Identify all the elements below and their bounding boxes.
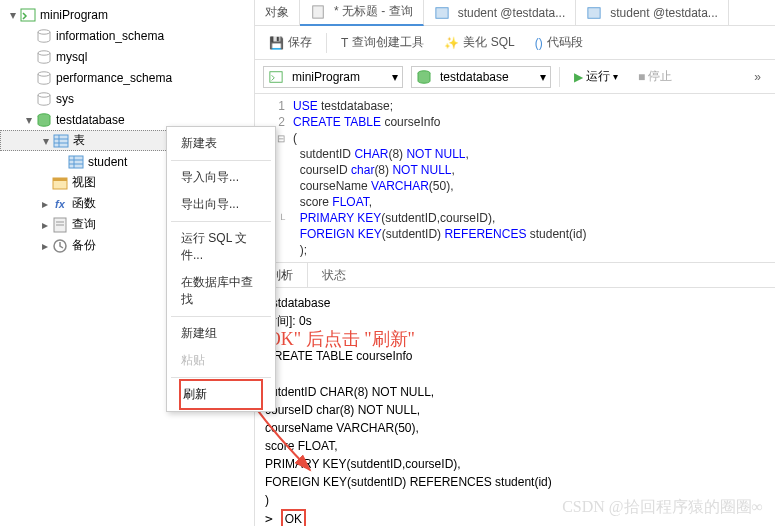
conn-select[interactable]: miniProgram ▾ — [263, 66, 403, 88]
toolbar: 💾保存 T查询创建工具 ✨美化 SQL ()代码段 — [255, 26, 775, 60]
main-panel: 对象 * 无标题 - 查询 student @testdata... stude… — [255, 0, 775, 526]
save-button[interactable]: 💾保存 — [263, 31, 318, 54]
table-icon — [586, 5, 602, 21]
db-select[interactable]: testdatabase ▾ — [411, 66, 551, 88]
conn-icon — [268, 69, 284, 85]
beautify-button[interactable]: ✨美化 SQL — [438, 31, 520, 54]
play-icon: ▶ — [574, 70, 583, 84]
db-info-schema[interactable]: information_schema — [0, 25, 254, 46]
selectors: miniProgram ▾ testdatabase ▾ ▶运行▾ ■停止 » — [255, 60, 775, 94]
conn-miniprogram[interactable]: ▾ miniProgram — [0, 4, 254, 25]
query-icon — [52, 217, 68, 233]
chevron-down-icon: ▾ — [613, 71, 618, 82]
table-icon — [53, 133, 69, 149]
chevron-down-icon: ▾ — [540, 70, 546, 84]
backup-icon — [52, 238, 68, 254]
run-button[interactable]: ▶运行▾ — [568, 65, 624, 88]
database-icon — [36, 91, 52, 107]
tab-student1[interactable]: student @testdata... — [424, 0, 577, 26]
database-icon — [36, 112, 52, 128]
svg-rect-15 — [53, 178, 67, 181]
stop-button: ■停止 — [632, 65, 678, 88]
database-icon — [36, 49, 52, 65]
svg-rect-20 — [313, 5, 324, 17]
menu-import[interactable]: 导入向导... — [167, 164, 275, 191]
result-panel: estdatabase 时间]: 0s CREATE TABLE courseI… — [255, 288, 775, 526]
svg-point-2 — [38, 50, 50, 54]
table-icon — [434, 5, 450, 21]
db-mysql[interactable]: mysql — [0, 46, 254, 67]
svg-rect-22 — [588, 7, 600, 18]
database-icon — [416, 69, 432, 85]
beautify-icon: ✨ — [444, 36, 459, 50]
result-body: CREATE TABLE courseInfo ( sutdentID CHAR… — [265, 349, 552, 507]
chevron-down-icon: ▾ — [392, 70, 398, 84]
sidebar: ▾ miniProgram information_schema mysql p… — [0, 0, 255, 526]
database-icon — [36, 70, 52, 86]
tab-objects[interactable]: 对象 — [255, 0, 300, 26]
svg-rect-0 — [21, 9, 35, 21]
menu-new-group[interactable]: 新建组 — [167, 320, 275, 347]
conn-icon — [20, 7, 36, 23]
tab-status[interactable]: 状态 — [308, 263, 360, 287]
svg-rect-6 — [54, 135, 68, 147]
db-perf-schema[interactable]: performance_schema — [0, 67, 254, 88]
query-builder-button[interactable]: T查询创建工具 — [335, 31, 430, 54]
menu-new-table[interactable]: 新建表 — [167, 130, 275, 157]
overflow-button[interactable]: » — [748, 70, 767, 84]
menu-find-db[interactable]: 在数据库中查找 — [167, 269, 275, 313]
database-icon — [36, 28, 52, 44]
code-content: USE testdatabase; CREATE TABLE courseInf… — [293, 98, 775, 258]
svg-point-3 — [38, 71, 50, 75]
svg-rect-10 — [69, 156, 83, 168]
snippet-button[interactable]: ()代码段 — [529, 31, 589, 54]
db-sys[interactable]: sys — [0, 88, 254, 109]
table-icon — [68, 154, 84, 170]
tab-query[interactable]: * 无标题 - 查询 — [300, 0, 424, 26]
context-menu: 新建表 导入向导... 导出向导... 运行 SQL 文件... 在数据库中查找… — [166, 126, 276, 412]
main-tabs: 对象 * 无标题 - 查询 student @testdata... stude… — [255, 0, 775, 26]
menu-export[interactable]: 导出向导... — [167, 191, 275, 218]
snippet-icon: () — [535, 36, 543, 50]
tab-student2[interactable]: student @testdata... — [576, 0, 729, 26]
menu-paste: 粘贴 — [167, 347, 275, 374]
save-icon: 💾 — [269, 36, 284, 50]
stop-icon: ■ — [638, 70, 645, 84]
function-icon: fx — [52, 196, 68, 212]
code-editor[interactable]: 1 2 3⊟ └ USE testdatabase; CREATE TABLE … — [255, 94, 775, 262]
svg-rect-21 — [436, 7, 448, 18]
ok-indicator: OK — [281, 509, 306, 526]
menu-run-sql[interactable]: 运行 SQL 文件... — [167, 225, 275, 269]
view-icon — [52, 175, 68, 191]
svg-point-4 — [38, 92, 50, 96]
result-tabs: 剖析 状态 — [255, 262, 775, 288]
query-icon — [310, 4, 326, 20]
svg-rect-23 — [270, 71, 282, 82]
svg-point-1 — [38, 29, 50, 33]
builder-icon: T — [341, 36, 348, 50]
conn-label: miniProgram — [40, 8, 108, 22]
menu-refresh[interactable]: 刷新 — [179, 379, 263, 410]
